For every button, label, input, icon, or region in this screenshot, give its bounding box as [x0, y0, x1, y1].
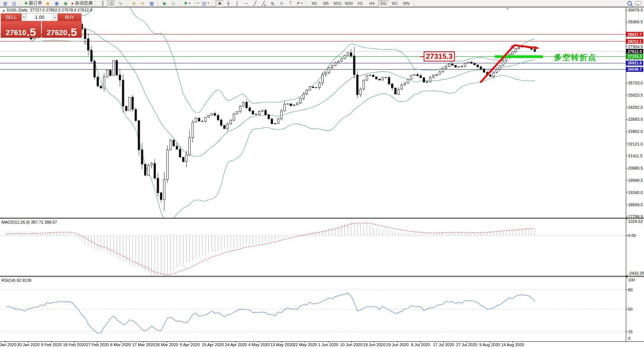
candlestick-chart-icon: ◫: [110, 1, 114, 6]
objects-delete-icon: ◆: [46, 1, 49, 6]
arrows-tool-icon[interactable]: ↗▼: [296, 0, 304, 7]
text-icon[interactable]: A: [278, 0, 286, 7]
trendline-icon[interactable]: ╱: [251, 0, 259, 7]
auto-scroll-icon: ▶: [163, 1, 167, 6]
templates-icon: ▤: [202, 1, 206, 6]
auto-trading-button[interactable]: ●自动交易: [70, 0, 93, 7]
timeframe-m30-button[interactable]: M30: [344, 0, 354, 7]
chart-ohlc-values: 27727.0 27852.0 27578.0 27612.0: [30, 8, 92, 12]
tile-windows-icon: ▦: [150, 1, 154, 6]
search-icon[interactable]: [627, 1, 632, 6]
auto-scroll-icon[interactable]: ▶: [161, 0, 169, 7]
templates-icon-dropdown[interactable]: ▼: [207, 2, 210, 4]
horizontal-line-icon[interactable]: ─: [242, 0, 250, 7]
arrows-tool-icon-dropdown[interactable]: ▼: [301, 2, 303, 4]
new-order-button[interactable]: ✚新订单: [23, 0, 43, 7]
buy-price-frac: .5: [68, 28, 77, 36]
chart-shift-icon: ▷: [172, 1, 176, 6]
publish-chart-icon: ▣: [54, 1, 59, 6]
arrows-tool-icon: ↗: [296, 1, 300, 6]
indicators-icon-dropdown[interactable]: ▼: [188, 2, 191, 4]
rsi-indicator-label: RSI(14) 62.9139: [1, 278, 31, 282]
fibonacci-icon[interactable]: ≡F: [269, 0, 277, 7]
fibonacci-icon-sub: F: [273, 4, 274, 6]
turning-point-annotation[interactable]: 多空转折点: [554, 52, 597, 63]
timeframe-mn-button[interactable]: MN: [401, 0, 412, 7]
cursor-icon[interactable]: ➤: [216, 0, 224, 7]
zoom-out-icon: ⊖: [141, 1, 144, 6]
volume-decrease-button[interactable]: ▼: [21, 13, 26, 21]
text-icon: A: [280, 1, 283, 6]
equidistant-channel-icon[interactable]: ╱E: [260, 0, 268, 7]
cursor-icon: ➤: [217, 1, 222, 6]
sell-price-frac: .5: [27, 28, 36, 36]
bar-chart-icon: ║: [101, 1, 104, 6]
toolbar-separator: [157, 1, 159, 6]
sell-price-button[interactable]: 27610 .5: [1, 21, 41, 38]
vertical-line-icon: │: [236, 1, 239, 6]
collapse-triangle-icon[interactable]: ▲: [2, 9, 5, 12]
trendline-icon: ╱: [254, 1, 256, 6]
periods-icon[interactable]: ◔▼: [192, 0, 200, 7]
chart-title: ▲DJ30-,Daily 27727.0 27852.0 27578.0 276…: [2, 8, 92, 12]
timeframe-m1-button[interactable]: M1: [309, 0, 320, 7]
chat-icon[interactable]: [635, 1, 641, 5]
toolbar-separator: [306, 1, 308, 6]
timeframe-m5-button[interactable]: M5: [321, 0, 331, 7]
text-label-icon: T: [289, 1, 292, 6]
new-order-button: ✚: [24, 1, 28, 6]
zoom-in-icon: ⊕: [132, 1, 136, 6]
timeframe-h1-button[interactable]: H1: [355, 0, 366, 7]
horizontal-line-icon: ─: [244, 1, 248, 6]
auto-trading-button: ●: [71, 1, 74, 6]
timeframe-w1-button[interactable]: W1: [390, 0, 400, 7]
price-callout-label[interactable]: 27315.3: [424, 51, 455, 61]
one-click-trading-panel: SELL ▼ 1.00 ▲ BUY 27610 .5 27620 .5: [1, 13, 82, 38]
publish-chart-icon[interactable]: ▣: [53, 0, 61, 7]
chart-window: 30076.029366.527904.527195.026484.025733…: [0, 0, 644, 348]
indicators-icon[interactable]: ✚▼: [183, 0, 191, 7]
chart-shift-marker-icon[interactable]: ▼: [506, 7, 509, 11]
timeframe-m15-button[interactable]: M15: [332, 0, 343, 7]
new-order-button-label: 新订单: [29, 0, 42, 6]
toolbar-separator: [126, 1, 128, 6]
periods-icon-dropdown[interactable]: ▼: [197, 2, 199, 4]
crosshair-icon[interactable]: ┼: [224, 0, 233, 7]
zoom-out-icon[interactable]: ⊖: [139, 0, 147, 7]
data-window-icon: ▥: [12, 1, 16, 6]
chart-canvas[interactable]: [0, 0, 644, 348]
line-chart-icon[interactable]: ∿: [116, 0, 124, 7]
toolbar-right-group: [627, 1, 644, 6]
data-window-icon[interactable]: ▥: [10, 0, 18, 7]
indicators-icon: ✚: [184, 1, 187, 6]
volume-increase-button[interactable]: ▲: [53, 13, 58, 21]
periods-icon: ◔: [193, 1, 196, 6]
charts-window-icon[interactable]: ▦: [1, 0, 9, 7]
signals-icon[interactable]: ◉: [61, 0, 70, 7]
tile-windows-icon[interactable]: ▦: [147, 0, 156, 7]
timeframe-h4-button[interactable]: H4: [367, 0, 377, 7]
volume-input[interactable]: 1.00: [26, 13, 53, 21]
toolbar-separator: [414, 1, 416, 6]
text-label-icon[interactable]: T: [287, 0, 295, 7]
charts-window-icon: ▦: [3, 1, 7, 6]
objects-delete-icon[interactable]: ◆: [44, 0, 52, 7]
templates-icon[interactable]: ▤▼: [201, 0, 210, 7]
sell-button[interactable]: SELL: [1, 13, 21, 21]
chart-symbol-period: DJ30-,Daily: [7, 8, 28, 12]
vertical-line-icon[interactable]: │: [233, 0, 241, 7]
candlestick-chart-icon[interactable]: ◫: [107, 0, 116, 7]
buy-price-button[interactable]: 27620 .5: [42, 21, 82, 38]
zoom-in-icon[interactable]: ⊕: [130, 0, 138, 7]
signals-icon: ◉: [64, 1, 67, 6]
buy-button[interactable]: BUY: [58, 13, 81, 21]
toolbar-separator: [180, 1, 181, 6]
toolbar-separator: [95, 1, 97, 6]
macd-indicator-label: MACD(12,26,9) 387.71 396.57: [1, 220, 57, 224]
auto-trading-button-label: 自动交易: [75, 0, 93, 6]
chart-shift-icon[interactable]: ▷: [170, 0, 178, 7]
timeframe-d1-button[interactable]: D1: [378, 0, 389, 7]
toolbar-separator: [20, 1, 22, 6]
bar-chart-icon[interactable]: ║: [99, 0, 107, 7]
crosshair-icon: ┼: [227, 1, 230, 6]
